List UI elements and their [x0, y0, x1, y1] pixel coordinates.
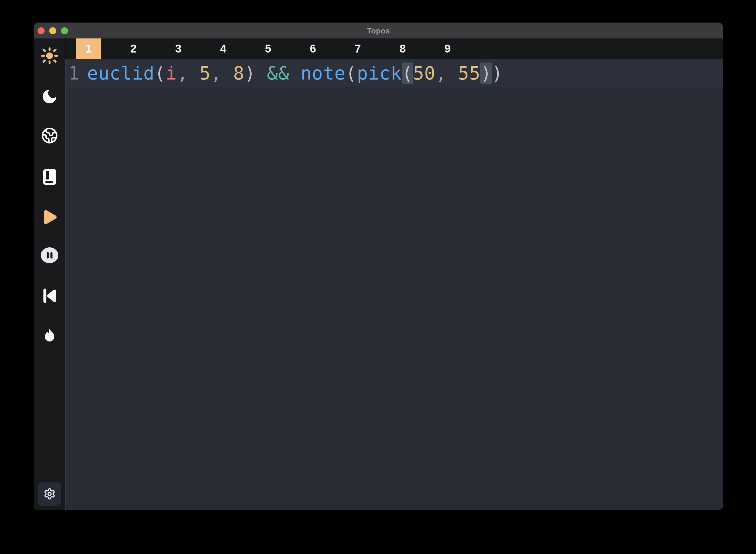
skip-back-icon [41, 287, 58, 305]
code-token: ( [154, 62, 166, 84]
tab-strip: 123456789 [65, 39, 723, 59]
tab-2[interactable]: 2 [121, 39, 146, 59]
code-token: 8 [233, 62, 244, 84]
active-line[interactable]: 1 euclid(i, 5, 8) && note(pick(50, 55)) [66, 59, 723, 87]
code-token [256, 62, 267, 84]
moon-icon [41, 88, 59, 106]
tab-9[interactable]: 9 [435, 39, 460, 59]
code-token: 5 [199, 62, 210, 84]
tab-3[interactable]: 3 [166, 39, 191, 59]
gear-icon [44, 488, 56, 500]
theme-dark-button[interactable] [34, 87, 65, 106]
editor[interactable]: 1 euclid(i, 5, 8) && note(pick(50, 55)) [65, 59, 723, 510]
flame-icon [42, 326, 58, 344]
code-token: euclid [87, 62, 154, 84]
code-token [290, 62, 301, 84]
book-icon [41, 168, 58, 186]
minimize-button[interactable] [49, 27, 56, 34]
desktop: { "titlebar": { "title": "Topos", "traff… [0, 0, 756, 554]
window-title: Topos [367, 26, 390, 36]
tab-5[interactable]: 5 [256, 39, 280, 59]
rewind-button[interactable] [34, 286, 65, 305]
sidebar [34, 39, 65, 510]
code-token: i [166, 62, 177, 84]
tab-1[interactable]: 1 [76, 39, 101, 59]
tab-7[interactable]: 7 [345, 39, 370, 59]
globe-button[interactable] [34, 126, 65, 145]
code-token: 55 [458, 62, 481, 84]
matched-bracket: ( [402, 62, 413, 84]
code-token: , [177, 62, 200, 84]
code-line-content[interactable]: euclid(i, 5, 8) && note(pick(50, 55)) [87, 59, 723, 87]
code-token: && [267, 62, 290, 84]
main-area: 123456789 1 euclid(i, 5, 8) && note(pick… [34, 39, 723, 510]
tab-8[interactable]: 8 [390, 39, 415, 59]
pause-icon [41, 247, 59, 264]
app-window: Topos [34, 22, 723, 510]
code-token: ) [492, 62, 503, 84]
code-token: note [301, 62, 345, 84]
settings-button[interactable] [38, 482, 61, 506]
tab-4[interactable]: 4 [211, 39, 236, 59]
matched-bracket: ) [480, 62, 492, 84]
code-token: ( [346, 62, 357, 84]
globe-icon [41, 127, 58, 144]
traffic-lights [38, 23, 68, 39]
pause-button[interactable] [34, 246, 65, 265]
tab-6[interactable]: 6 [301, 39, 325, 59]
code-token: ) [245, 62, 256, 84]
sun-icon [41, 47, 59, 65]
code-token: , [211, 62, 234, 84]
theme-light-button[interactable] [34, 46, 65, 65]
close-button[interactable] [38, 27, 45, 34]
play-button[interactable] [34, 208, 65, 227]
flame-button[interactable] [34, 325, 65, 344]
content-column: 123456789 1 euclid(i, 5, 8) && note(pick… [65, 39, 723, 510]
code-token: 50 [413, 62, 436, 84]
code-token: , [436, 62, 458, 84]
line-number: 1 [66, 59, 87, 87]
docs-button[interactable] [34, 168, 65, 186]
titlebar: Topos [34, 22, 723, 39]
code-token: pick [357, 62, 402, 84]
zoom-button[interactable] [61, 27, 68, 34]
play-icon [40, 208, 59, 227]
